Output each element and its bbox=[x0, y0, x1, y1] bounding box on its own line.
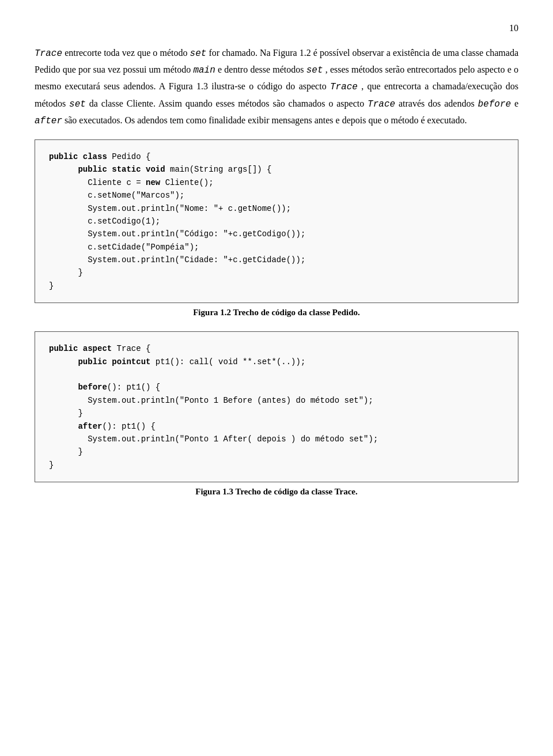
figure-1-3-code-block: public aspect Trace { public pointcut pt… bbox=[35, 331, 518, 482]
page-number: 10 bbox=[35, 23, 518, 33]
figure-1-3-caption: Figura 1.3 Trecho de código da classe Tr… bbox=[35, 487, 518, 497]
main-paragraph: Trace entrecorte toda vez que o método s… bbox=[35, 45, 518, 129]
para-text-8: e bbox=[514, 99, 518, 108]
trace-code-2: Trace bbox=[330, 82, 358, 92]
para-text-3: e dentro desse métodos bbox=[218, 65, 306, 74]
set-code-1: set bbox=[190, 48, 207, 59]
before-code: before bbox=[478, 99, 511, 109]
after-code: after bbox=[35, 116, 62, 126]
main-code: main bbox=[193, 65, 215, 75]
set-code-2: set bbox=[306, 65, 323, 75]
set-code-3: set bbox=[69, 99, 86, 109]
trace-code-3: Trace bbox=[368, 99, 395, 109]
figure-1-2-caption: Figura 1.2 Trecho de código da classe Pe… bbox=[35, 308, 518, 317]
para-text-7: através dos adendos bbox=[399, 99, 478, 108]
para-text-6: da classe Cliente. Assim quando esses mé… bbox=[89, 99, 368, 108]
figure-1-2-code-block: public class Pedido { public static void… bbox=[35, 139, 518, 303]
trace-code-1: Trace bbox=[35, 48, 62, 59]
para-text-1: entrecorte toda vez que o método bbox=[65, 48, 190, 58]
para-text-9: são executados. Os adendos tem como fina… bbox=[65, 115, 467, 125]
